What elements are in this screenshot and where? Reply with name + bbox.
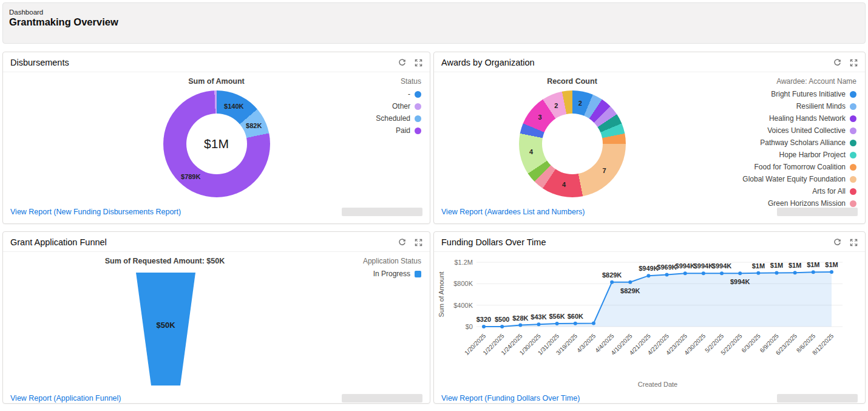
legend-swatch — [850, 164, 856, 171]
data-point[interactable] — [830, 270, 833, 274]
data-point-label: $994K — [712, 262, 731, 270]
disbursements-legend: Status-OtherScheduledPaid — [376, 77, 421, 138]
refresh-icon[interactable] — [833, 59, 841, 67]
funding-line-chart[interactable]: $0$400K$800K$1.2M$320$500$28K$43K$56K$60… — [434, 252, 865, 394]
data-point-label: $320 — [476, 316, 491, 323]
data-point[interactable] — [793, 271, 797, 274]
breadcrumb: Dashboard — [9, 8, 859, 16]
data-point[interactable] — [720, 271, 724, 275]
data-point-label: $43K — [531, 313, 546, 321]
legend-swatch — [850, 188, 856, 195]
legend-item[interactable]: Arts for All — [742, 187, 856, 195]
donut-segment-label: 4 — [529, 148, 533, 155]
legend-item[interactable]: Scheduled — [376, 114, 421, 123]
data-point-label: $969K — [657, 263, 676, 271]
expand-icon[interactable] — [850, 59, 858, 67]
disbursements-donut-chart[interactable]: $1M$140K$82K$789K — [163, 90, 270, 197]
data-point[interactable] — [812, 270, 815, 274]
view-report-link[interactable]: View Report (Application Funnel) — [10, 394, 121, 403]
data-point[interactable] — [665, 273, 669, 276]
legend-item[interactable]: Paid — [376, 126, 421, 135]
legend-item[interactable]: In Progress — [363, 270, 421, 278]
data-point-label: $994K — [694, 262, 713, 270]
funnel-chart[interactable]: $50K — [25, 270, 305, 394]
legend-swatch — [850, 103, 856, 110]
legend-item[interactable]: Other — [376, 102, 421, 110]
donut-hole: $1M — [186, 114, 247, 174]
legend-item-label: Healing Hands Network — [769, 114, 846, 123]
legend-title: Status — [376, 77, 421, 86]
x-axis-tick-label: 6/3/2025 — [740, 332, 762, 354]
panel-awards-by-organization: Awards by Organization — [433, 52, 866, 224]
legend-swatch — [415, 127, 421, 134]
panel-title: Awards by Organization — [441, 58, 535, 67]
data-point[interactable] — [518, 324, 522, 327]
data-point-label: $829K — [620, 287, 640, 294]
legend-item[interactable]: Healing Hands Network — [742, 114, 856, 123]
data-point[interactable] — [646, 274, 650, 277]
legend-item[interactable]: Green Horizons Mission — [742, 199, 856, 208]
donut-segment-label: 2 — [554, 102, 558, 109]
y-axis-title: Sum of Amount — [438, 271, 445, 317]
donut-segment-label: 4 — [562, 181, 566, 188]
redacted-timestamp — [342, 394, 422, 403]
page-title: Grantmaking Overview — [9, 16, 859, 28]
data-point-label: $994K — [730, 278, 750, 285]
legend-item-label: Voices United Collective — [767, 126, 846, 135]
data-point[interactable] — [610, 280, 614, 284]
data-point-label: $1M — [825, 261, 838, 268]
awards-donut-chart[interactable]: 274432 — [519, 90, 626, 197]
legend-item[interactable]: Bright Futures Initiative — [742, 90, 856, 98]
data-point[interactable] — [683, 271, 687, 275]
data-point-label: $28K — [512, 314, 528, 322]
refresh-icon[interactable] — [398, 59, 406, 67]
legend-item-label: Resilient Minds — [796, 102, 846, 110]
panel-title: Disbursements — [10, 58, 69, 67]
panel-funding-dollars-over-time: Funding Dollars Over Time — [433, 231, 866, 404]
legend-item[interactable]: Food for Tomorrow Coalition — [742, 163, 856, 171]
data-point[interactable] — [574, 322, 577, 325]
view-report-link[interactable]: View Report (New Funding Disbursements R… — [10, 208, 181, 216]
data-point-label: $1M — [770, 262, 783, 269]
legend-item-label: - — [408, 90, 410, 98]
legend-item-label: Global Water Equity Foundation — [742, 175, 846, 183]
data-point-label: $1M — [752, 262, 765, 270]
donut-segment-label: 3 — [538, 114, 541, 121]
refresh-icon[interactable] — [833, 239, 841, 246]
legend-item[interactable]: Global Water Equity Foundation — [742, 175, 856, 183]
data-point[interactable] — [592, 322, 595, 325]
legend-swatch — [850, 200, 856, 207]
view-report-link[interactable]: View Report (Funding Dollars Over Time) — [441, 394, 580, 403]
refresh-icon[interactable] — [398, 239, 406, 246]
legend-item[interactable]: Pathway Scholars Alliance — [742, 138, 856, 147]
data-point[interactable] — [555, 322, 559, 325]
x-axis-tick-label: 4/3/2025 — [575, 332, 597, 354]
data-point[interactable] — [500, 325, 504, 328]
data-point-label: $1M — [807, 261, 819, 268]
data-point-label: $949K — [639, 265, 658, 272]
data-point[interactable] — [482, 325, 486, 328]
legend-item[interactable]: Voices United Collective — [742, 126, 856, 135]
legend-item[interactable]: Hope Harbor Project — [742, 151, 856, 159]
legend-item-label: Bright Futures Initiative — [771, 90, 846, 98]
legend-item[interactable]: Resilient Minds — [742, 102, 856, 110]
expand-icon[interactable] — [415, 239, 422, 246]
data-point-label: $829K — [602, 271, 622, 279]
legend-swatch — [850, 91, 856, 98]
data-point-label: $1M — [788, 262, 801, 269]
view-report-link[interactable]: View Report (Awardees List and Numbers) — [441, 208, 585, 216]
data-point[interactable] — [537, 322, 540, 326]
data-point[interactable] — [775, 271, 779, 274]
data-point-label: $500 — [495, 316, 509, 323]
data-point[interactable] — [628, 280, 632, 284]
expand-icon[interactable] — [415, 59, 422, 67]
legend-swatch — [850, 176, 856, 183]
data-point[interactable] — [756, 271, 760, 275]
expand-icon[interactable] — [850, 239, 858, 246]
awards-legend: Awardee: Account NameBright Futures Init… — [742, 77, 856, 211]
panel-funnel-header: Grant Application Funnel — [3, 232, 430, 252]
data-point[interactable] — [702, 271, 705, 275]
legend-item[interactable]: - — [376, 90, 421, 98]
data-point[interactable] — [738, 271, 742, 275]
chart-title-record-count: Record Count — [547, 77, 597, 86]
